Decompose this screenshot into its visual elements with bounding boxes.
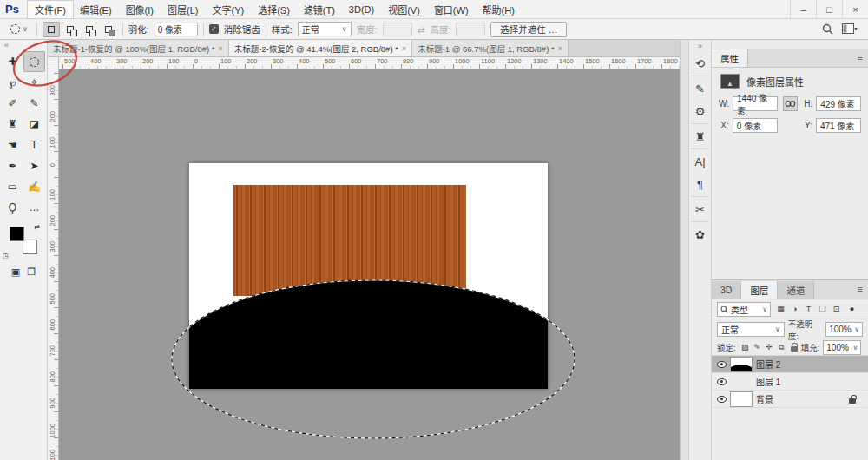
brush-tool[interactable]: ✎ bbox=[23, 93, 45, 114]
document-tab-2[interactable]: 未标题-2-恢复的 @ 41.4%(图层 2, RGB/8#) *× bbox=[229, 40, 412, 56]
zoom-tool[interactable]: Ϙ bbox=[2, 197, 23, 218]
menu-item-9[interactable]: 窗口(W) bbox=[427, 1, 476, 18]
clone-stamp-tool[interactable]: ♜ bbox=[2, 114, 23, 135]
lock-artboard-icon[interactable]: ⧉ bbox=[776, 343, 787, 352]
maximize-button[interactable]: □ bbox=[816, 0, 842, 18]
filter-shape-icon[interactable]: ❏ bbox=[816, 302, 829, 316]
menu-item-3[interactable]: 图层(L) bbox=[161, 1, 205, 18]
tab-0[interactable]: 3D bbox=[712, 281, 741, 299]
filter-type-icon[interactable]: T bbox=[802, 302, 815, 316]
elliptical-marquee-tool[interactable] bbox=[23, 51, 45, 72]
move-tool[interactable]: ✚ bbox=[2, 51, 23, 72]
document-tab-3[interactable]: 未标题-1 @ 66.7%(图层 1, RGB/8#) *× bbox=[412, 40, 569, 56]
menu-item-5[interactable]: 选择(S) bbox=[251, 1, 297, 18]
clone-source-icon[interactable]: ♜ bbox=[689, 125, 711, 148]
layer-thumbnail[interactable] bbox=[730, 357, 753, 372]
search-icon[interactable] bbox=[822, 23, 833, 35]
link-dimensions-button[interactable] bbox=[783, 96, 798, 111]
default-colors-icon[interactable]: ◳ bbox=[3, 253, 9, 260]
layer-row-0[interactable]: 图层 2 bbox=[712, 356, 868, 373]
opacity-select[interactable]: 100% ∨ bbox=[825, 322, 863, 337]
filter-pixel-icon[interactable]: ▦ bbox=[774, 302, 787, 316]
menu-item-4[interactable]: 文字(Y) bbox=[205, 1, 251, 18]
ruler-corner[interactable] bbox=[48, 57, 59, 69]
tool-preset-picker[interactable]: ∨ bbox=[7, 23, 31, 36]
horizontal-ruler[interactable]: 5004003002001000100200300400500600700800… bbox=[59, 57, 680, 69]
panel-menu-icon[interactable]: ≡ bbox=[858, 52, 863, 62]
toolbar-collapse-button[interactable]: « bbox=[0, 40, 47, 51]
y-field[interactable]: 471 像素 bbox=[816, 118, 861, 133]
blend-mode-select[interactable]: 正常 ∨ bbox=[717, 322, 785, 337]
layer-row-1[interactable]: 图层 1 bbox=[712, 373, 868, 391]
hand-tool[interactable]: ✍ bbox=[23, 176, 45, 197]
smudge-tool[interactable]: ☚ bbox=[2, 135, 23, 155]
visibility-eye-icon[interactable] bbox=[717, 396, 727, 403]
brush-settings-icon[interactable]: ✎ bbox=[689, 77, 711, 100]
quick-mask-button[interactable]: ▣ bbox=[11, 266, 20, 278]
filter-type-select[interactable]: 类型 ∨ bbox=[717, 302, 771, 317]
width-field[interactable]: 1440 像素 bbox=[733, 96, 778, 111]
fill-select[interactable]: 100% ∨ bbox=[823, 340, 861, 355]
feather-input[interactable]: 0 像素 bbox=[155, 23, 198, 36]
history-icon[interactable]: ⟲ bbox=[689, 52, 711, 75]
menu-item-6[interactable]: 滤镜(T) bbox=[297, 1, 342, 18]
close-button[interactable]: × bbox=[842, 0, 868, 18]
new-selection-button[interactable] bbox=[43, 22, 60, 37]
tab-1[interactable]: 图层 bbox=[741, 281, 778, 299]
shape-tool[interactable]: ▭ bbox=[2, 176, 23, 197]
lock-paint-icon[interactable]: ✎ bbox=[752, 343, 763, 352]
paragraph-icon[interactable]: ¶ bbox=[689, 173, 711, 195]
filter-toggle-icon[interactable]: ● bbox=[845, 302, 858, 316]
minimize-button[interactable]: – bbox=[790, 0, 816, 18]
select-and-mask-button[interactable]: 选择并遮住 … bbox=[490, 22, 567, 37]
x-field[interactable]: 0 像素 bbox=[733, 118, 778, 133]
swatches-icon[interactable]: ✿ bbox=[689, 223, 711, 246]
swap-dimensions-icon[interactable]: ⇄ bbox=[418, 24, 425, 35]
menu-item-1[interactable]: 编辑(E) bbox=[73, 1, 119, 18]
layer-thumbnail[interactable] bbox=[730, 391, 753, 407]
eyedropper-tool[interactable]: ✐ bbox=[2, 93, 23, 114]
background-color-swatch[interactable] bbox=[23, 240, 37, 254]
close-tab-icon[interactable]: × bbox=[402, 44, 406, 53]
lock-all-icon[interactable] bbox=[791, 346, 798, 352]
layer-row-2[interactable]: 背景 bbox=[712, 391, 868, 408]
filter-smartobject-icon[interactable]: ⊡ bbox=[830, 302, 843, 316]
tab-properties[interactable]: 属性 bbox=[712, 49, 748, 67]
magic-wand-tool[interactable]: ✧ bbox=[23, 72, 45, 93]
path-select-tool[interactable]: ➤ bbox=[23, 155, 45, 176]
document-tab-1[interactable]: 未标题-1-恢复的 @ 100%(图层 1, RGB/8#) *× bbox=[48, 40, 229, 56]
adjustments-icon[interactable]: ⚙ bbox=[689, 100, 711, 122]
close-tab-icon[interactable]: × bbox=[219, 44, 223, 53]
menu-item-0[interactable]: 文件(F) bbox=[28, 1, 73, 18]
pasteboard[interactable] bbox=[59, 69, 680, 460]
visibility-eye-icon[interactable] bbox=[717, 361, 727, 368]
strip-collapse-button[interactable]: » bbox=[698, 42, 702, 52]
tab-2[interactable]: 通道 bbox=[778, 281, 814, 299]
type-tool[interactable]: T bbox=[23, 135, 45, 155]
add-selection-button[interactable] bbox=[62, 22, 79, 37]
style-select[interactable]: 正常 ∨ bbox=[298, 22, 352, 36]
swap-colors-icon[interactable]: ⇄ bbox=[34, 223, 40, 231]
menu-item-2[interactable]: 图像(I) bbox=[119, 1, 161, 18]
intersect-selection-button[interactable] bbox=[100, 22, 117, 37]
visibility-eye-icon[interactable] bbox=[717, 378, 727, 385]
height-field[interactable]: 429 像素 bbox=[816, 96, 861, 111]
menu-item-10[interactable]: 帮助(H) bbox=[476, 1, 522, 18]
character-icon[interactable]: A| bbox=[689, 150, 711, 173]
close-tab-icon[interactable]: × bbox=[558, 44, 562, 53]
screen-mode-button[interactable]: ❐ bbox=[27, 266, 36, 278]
eraser-tool[interactable]: ◪ bbox=[23, 114, 45, 135]
vertical-ruler[interactable]: 3002001000100200300400500600700800900100… bbox=[48, 69, 59, 460]
pen-tool[interactable]: ✒ bbox=[2, 155, 23, 176]
edit-toolbar-button[interactable]: … bbox=[23, 197, 45, 218]
filter-adjustment-icon[interactable]: ◑ bbox=[788, 302, 801, 316]
foreground-color-swatch[interactable] bbox=[10, 227, 24, 241]
menu-item-8[interactable]: 视图(V) bbox=[381, 1, 427, 18]
subtract-selection-button[interactable] bbox=[81, 22, 98, 37]
antialias-checkbox[interactable]: ✓ bbox=[209, 24, 219, 34]
workspace-switcher-icon[interactable] bbox=[842, 23, 858, 35]
lock-move-icon[interactable]: ✛ bbox=[764, 343, 775, 352]
panel-menu-icon[interactable]: ≡ bbox=[858, 284, 863, 294]
lock-transparent-icon[interactable]: ▨ bbox=[740, 343, 751, 352]
menu-item-7[interactable]: 3D(D) bbox=[342, 3, 381, 16]
